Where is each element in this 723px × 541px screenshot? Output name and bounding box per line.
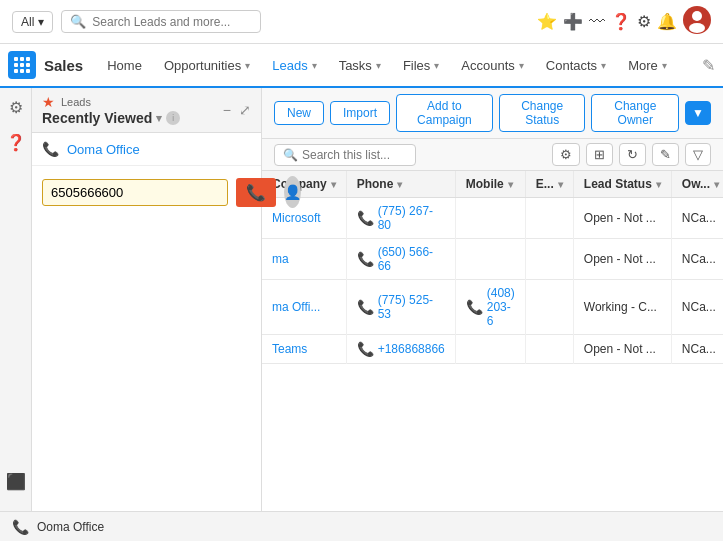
cell-mobile-1[interactable] <box>455 239 525 280</box>
svg-rect-11 <box>26 69 30 73</box>
cell-mobile-0[interactable] <box>455 198 525 239</box>
edit-nav-icon[interactable]: ✎ <box>702 56 715 75</box>
leads-star-icon: ★ <box>42 94 55 110</box>
sort-email-icon: ▾ <box>558 179 563 190</box>
cell-phone-0[interactable]: 📞(775) 267-80 <box>346 198 455 239</box>
minimize-icon[interactable]: − <box>223 102 231 118</box>
cell-mobile-3[interactable] <box>455 335 525 364</box>
search-icon: 🔍 <box>70 14 86 29</box>
nav-item-contacts[interactable]: Contacts ▾ <box>536 44 616 88</box>
lead-info-row: 📞 Ooma Office <box>32 133 261 166</box>
nav-item-home[interactable]: Home <box>97 44 152 88</box>
table-row: Teams 📞+186868866 Open - Not ... NCa... … <box>262 335 723 364</box>
svg-point-1 <box>692 11 702 21</box>
add-to-campaign-button[interactable]: Add to Campaign <box>396 94 493 132</box>
accounts-chevron-icon: ▾ <box>519 60 524 71</box>
gear-icon[interactable]: ⚙ <box>637 12 651 31</box>
table-row: ma 📞(650) 566-66 Open - Not ... NCa... ▾ <box>262 239 723 280</box>
cell-status-1: Open - Not ... <box>573 239 671 280</box>
col-lead-status[interactable]: Lead Status ▾ <box>573 171 671 198</box>
phone-panel-title-text: Recently Viewed <box>42 110 152 126</box>
cell-email-1 <box>525 239 573 280</box>
phone-icon-lead: 📞 <box>42 141 59 157</box>
sort-owner-icon: ▾ <box>714 179 719 190</box>
import-button[interactable]: Import <box>330 101 390 125</box>
expand-icon[interactable]: ⤢ <box>239 102 251 118</box>
content-area: New Import Add to Campaign Change Status… <box>262 88 723 511</box>
cell-phone-3[interactable]: 📞+186868866 <box>346 335 455 364</box>
list-toolbar: 🔍 ⚙ ⊞ ↻ ✎ ▽ <box>262 139 723 171</box>
nav-accounts-label: Accounts <box>461 58 514 73</box>
col-email[interactable]: E... ▾ <box>525 171 573 198</box>
change-owner-button[interactable]: Change Owner <box>591 94 679 132</box>
leads-table: Company ▾ Phone ▾ Mobile <box>262 171 723 364</box>
cell-mobile-2[interactable]: 📞(408) 203-6 <box>455 280 525 335</box>
cell-status-2: Working - C... <box>573 280 671 335</box>
change-status-button[interactable]: Change Status <box>499 94 586 132</box>
new-button[interactable]: New <box>274 101 324 125</box>
sort-mobile-icon: ▾ <box>508 179 513 190</box>
cell-company-2: ma Offi... <box>262 280 346 335</box>
edit-button[interactable]: ✎ <box>652 143 679 166</box>
list-search-bar[interactable]: 🔍 <box>274 144 416 166</box>
nav-item-tasks[interactable]: Tasks ▾ <box>329 44 391 88</box>
phone-panel-actions: − ⤢ <box>223 102 251 118</box>
nav-opportunities-label: Opportunities <box>164 58 241 73</box>
cell-owner-1: NCa... <box>671 239 723 280</box>
nav-item-accounts[interactable]: Accounts ▾ <box>451 44 533 88</box>
sidebar-gear-icon[interactable]: ⚙ <box>9 98 23 117</box>
status-label[interactable]: Ooma Office <box>37 520 104 534</box>
opportunities-chevron-icon: ▾ <box>245 60 250 71</box>
sort-phone-icon: ▾ <box>397 179 402 190</box>
top-bar-actions: ⭐ ➕ 〰 ❓ ⚙ 🔔 <box>537 6 711 38</box>
call-button[interactable]: 📞 <box>236 178 276 207</box>
svg-rect-5 <box>26 57 30 61</box>
all-label: All <box>21 15 34 29</box>
nav-item-leads[interactable]: Leads ▾ <box>262 44 326 88</box>
col-owner[interactable]: Ow... ▾ <box>671 171 723 198</box>
svg-rect-3 <box>14 57 18 61</box>
title-info-icon: i <box>166 111 180 125</box>
svg-point-2 <box>689 23 705 33</box>
leads-chevron-icon: ▾ <box>312 60 317 71</box>
nav-item-files[interactable]: Files ▾ <box>393 44 449 88</box>
nav-item-more[interactable]: More ▾ <box>618 44 677 88</box>
nav-files-label: Files <box>403 58 430 73</box>
phone-number-input[interactable] <box>42 179 228 206</box>
cell-status-3: Open - Not ... <box>573 335 671 364</box>
phone-panel-header: ★ Leads Recently Viewed ▾ i − ⤢ <box>32 88 261 133</box>
list-search-input[interactable] <box>302 148 407 162</box>
nav-item-opportunities[interactable]: Opportunities ▾ <box>154 44 260 88</box>
files-chevron-icon: ▾ <box>434 60 439 71</box>
top-bar: All ▾ 🔍 ⭐ ➕ 〰 ❓ ⚙ 🔔 <box>0 0 723 44</box>
contacts-chevron-icon: ▾ <box>601 60 606 71</box>
nav-contacts-label: Contacts <box>546 58 597 73</box>
sidebar-signout-icon[interactable]: ⬛ <box>6 472 26 491</box>
question-icon[interactable]: ❓ <box>611 12 631 31</box>
sidebar-help-icon[interactable]: ❓ <box>6 133 26 152</box>
global-search-bar[interactable]: 🔍 <box>61 10 261 33</box>
left-sidebar: ⚙ ❓ ⬛ <box>0 88 32 511</box>
user-avatar[interactable] <box>683 6 711 38</box>
lead-name-link[interactable]: Ooma Office <box>67 142 140 157</box>
global-search-input[interactable] <box>92 15 252 29</box>
cell-phone-2[interactable]: 📞(775) 525-53 <box>346 280 455 335</box>
filter-button[interactable]: ▽ <box>685 143 711 166</box>
cell-status-0: Open - Not ... <box>573 198 671 239</box>
star-icon[interactable]: ⭐ <box>537 12 557 31</box>
title-chevron-icon: ▾ <box>156 112 162 125</box>
cell-phone-1[interactable]: 📞(650) 566-66 <box>346 239 455 280</box>
gear-button[interactable]: ⚙ <box>552 143 580 166</box>
app-launcher-icon[interactable] <box>8 51 36 79</box>
plus-icon[interactable]: ➕ <box>563 12 583 31</box>
bell-icon[interactable]: 🔔 <box>657 12 677 31</box>
grid-view-button[interactable]: ⊞ <box>586 143 613 166</box>
cell-company-3: Teams <box>262 335 346 364</box>
wave-icon[interactable]: 〰 <box>589 13 605 31</box>
all-dropdown[interactable]: All ▾ <box>12 11 53 33</box>
col-phone[interactable]: Phone ▾ <box>346 171 455 198</box>
nav-leads-label: Leads <box>272 58 307 73</box>
refresh-button[interactable]: ↻ <box>619 143 646 166</box>
toolbar-dropdown-button[interactable]: ▼ <box>685 101 711 125</box>
col-mobile[interactable]: Mobile ▾ <box>455 171 525 198</box>
